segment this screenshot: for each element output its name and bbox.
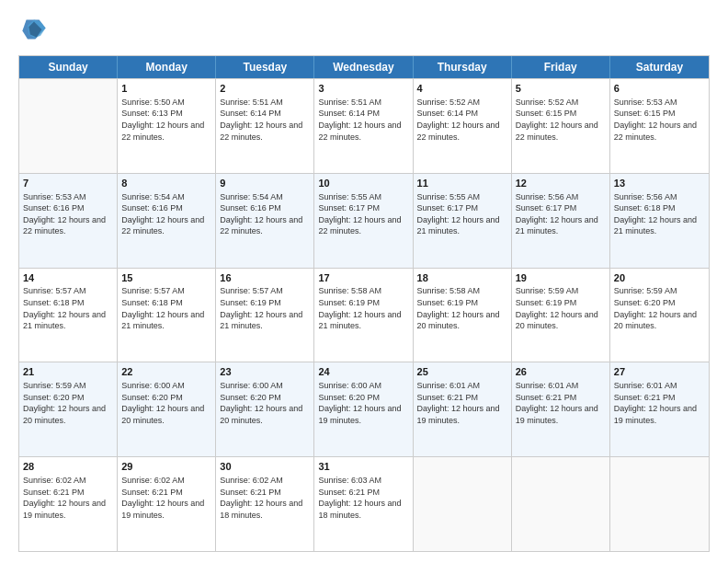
cell-info: Sunrise: 6:00 AM Sunset: 6:20 PM Dayligh… [121,380,211,426]
calendar-cell [610,457,709,551]
day-number: 30 [220,460,310,474]
header-cell-friday: Friday [512,56,610,78]
header-cell-saturday: Saturday [610,56,709,78]
cell-info: Sunrise: 5:55 AM Sunset: 6:17 PM Dayligh… [417,191,507,237]
cell-info: Sunrise: 5:51 AM Sunset: 6:14 PM Dayligh… [220,97,310,143]
day-number: 14 [23,271,113,285]
calendar-cell [414,457,512,551]
cell-info: Sunrise: 5:56 AM Sunset: 6:17 PM Dayligh… [516,191,606,237]
calendar-cell: 20Sunrise: 5:59 AM Sunset: 6:20 PM Dayli… [610,269,709,362]
calendar-cell: 24Sunrise: 6:00 AM Sunset: 6:20 PM Dayli… [314,362,413,456]
day-number: 26 [516,365,606,379]
day-number: 6 [614,82,705,96]
cell-info: Sunrise: 5:53 AM Sunset: 6:16 PM Dayligh… [23,191,113,237]
cell-info: Sunrise: 5:58 AM Sunset: 6:19 PM Dayligh… [417,285,507,331]
cell-info: Sunrise: 5:52 AM Sunset: 6:14 PM Dayligh… [417,97,507,143]
day-number: 20 [614,271,705,285]
calendar-cell: 23Sunrise: 6:00 AM Sunset: 6:20 PM Dayli… [216,362,314,456]
day-number: 10 [318,177,408,190]
cell-info: Sunrise: 5:50 AM Sunset: 6:13 PM Dayligh… [121,97,211,143]
cell-info: Sunrise: 5:54 AM Sunset: 6:16 PM Dayligh… [220,191,310,237]
calendar-cell: 5Sunrise: 5:52 AM Sunset: 6:15 PM Daylig… [512,79,610,173]
day-number: 21 [23,365,113,379]
day-number: 12 [516,177,606,190]
calendar-cell: 17Sunrise: 5:58 AM Sunset: 6:19 PM Dayli… [314,269,413,362]
calendar-cell: 15Sunrise: 5:57 AM Sunset: 6:18 PM Dayli… [118,269,216,362]
day-number: 27 [614,365,705,379]
calendar-cell: 1Sunrise: 5:50 AM Sunset: 6:13 PM Daylig… [118,79,216,173]
cell-info: Sunrise: 6:03 AM Sunset: 6:21 PM Dayligh… [318,475,408,521]
cell-info: Sunrise: 6:01 AM Sunset: 6:21 PM Dayligh… [614,380,705,426]
cell-info: Sunrise: 6:01 AM Sunset: 6:21 PM Dayligh… [417,380,507,426]
cell-info: Sunrise: 5:51 AM Sunset: 6:14 PM Dayligh… [318,97,408,143]
day-number: 4 [417,82,507,96]
day-number: 3 [318,82,408,96]
day-number: 29 [121,460,211,474]
calendar-cell: 18Sunrise: 5:58 AM Sunset: 6:19 PM Dayli… [414,269,512,362]
header-cell-monday: Monday [118,56,216,78]
day-number: 24 [318,365,408,379]
calendar-cell: 7Sunrise: 5:53 AM Sunset: 6:16 PM Daylig… [19,174,118,268]
calendar-cell [512,457,610,551]
calendar-cell: 27Sunrise: 6:01 AM Sunset: 6:21 PM Dayli… [610,362,709,456]
day-number: 31 [318,460,408,474]
day-number: 15 [121,271,211,285]
cell-info: Sunrise: 5:55 AM Sunset: 6:17 PM Dayligh… [318,191,408,237]
calendar-cell: 29Sunrise: 6:02 AM Sunset: 6:21 PM Dayli… [118,457,216,551]
cell-info: Sunrise: 5:57 AM Sunset: 6:18 PM Dayligh… [23,285,113,331]
day-number: 23 [220,365,310,379]
calendar-cell: 31Sunrise: 6:03 AM Sunset: 6:21 PM Dayli… [314,457,413,551]
calendar-cell: 19Sunrise: 5:59 AM Sunset: 6:19 PM Dayli… [512,269,610,362]
cell-info: Sunrise: 5:56 AM Sunset: 6:18 PM Dayligh… [614,191,705,237]
day-number: 11 [417,177,507,190]
cell-info: Sunrise: 5:57 AM Sunset: 6:19 PM Dayligh… [220,285,310,331]
day-number: 17 [318,271,408,285]
day-number: 9 [220,177,310,190]
header [18,17,710,46]
day-number: 25 [417,365,507,379]
cell-info: Sunrise: 6:02 AM Sunset: 6:21 PM Dayligh… [121,475,211,521]
logo-icon [21,17,47,42]
header-cell-sunday: Sunday [19,56,118,78]
header-cell-wednesday: Wednesday [314,56,413,78]
calendar-header: SundayMondayTuesdayWednesdayThursdayFrid… [19,56,709,78]
cell-info: Sunrise: 5:53 AM Sunset: 6:15 PM Dayligh… [614,97,705,143]
calendar-cell: 4Sunrise: 5:52 AM Sunset: 6:14 PM Daylig… [414,79,512,173]
cell-info: Sunrise: 5:54 AM Sunset: 6:16 PM Dayligh… [121,191,211,237]
header-cell-thursday: Thursday [414,56,512,78]
calendar-cell: 8Sunrise: 5:54 AM Sunset: 6:16 PM Daylig… [118,174,216,268]
calendar-cell: 6Sunrise: 5:53 AM Sunset: 6:15 PM Daylig… [610,79,709,173]
cell-info: Sunrise: 5:59 AM Sunset: 6:19 PM Dayligh… [516,285,606,331]
calendar-cell: 22Sunrise: 6:00 AM Sunset: 6:20 PM Dayli… [118,362,216,456]
calendar-row: 28Sunrise: 6:02 AM Sunset: 6:21 PM Dayli… [19,456,709,551]
calendar-row: 14Sunrise: 5:57 AM Sunset: 6:18 PM Dayli… [19,268,709,362]
day-number: 19 [516,271,606,285]
calendar: SundayMondayTuesdayWednesdayThursdayFrid… [18,55,710,552]
day-number: 18 [417,271,507,285]
calendar-cell: 3Sunrise: 5:51 AM Sunset: 6:14 PM Daylig… [314,79,413,173]
day-number: 7 [23,177,113,190]
day-number: 5 [516,82,606,96]
calendar-cell: 9Sunrise: 5:54 AM Sunset: 6:16 PM Daylig… [216,174,314,268]
cell-info: Sunrise: 5:58 AM Sunset: 6:19 PM Dayligh… [318,285,408,331]
calendar-cell: 12Sunrise: 5:56 AM Sunset: 6:17 PM Dayli… [512,174,610,268]
day-number: 1 [121,82,211,96]
cell-info: Sunrise: 5:59 AM Sunset: 6:20 PM Dayligh… [614,285,705,331]
calendar-cell: 16Sunrise: 5:57 AM Sunset: 6:19 PM Dayli… [216,269,314,362]
calendar-cell: 13Sunrise: 5:56 AM Sunset: 6:18 PM Dayli… [610,174,709,268]
cell-info: Sunrise: 5:52 AM Sunset: 6:15 PM Dayligh… [516,97,606,143]
logo [18,17,51,46]
header-cell-tuesday: Tuesday [216,56,314,78]
day-number: 16 [220,271,310,285]
cell-info: Sunrise: 5:57 AM Sunset: 6:18 PM Dayligh… [121,285,211,331]
calendar-cell: 21Sunrise: 5:59 AM Sunset: 6:20 PM Dayli… [19,362,118,456]
cell-info: Sunrise: 6:01 AM Sunset: 6:21 PM Dayligh… [516,380,606,426]
cell-info: Sunrise: 6:02 AM Sunset: 6:21 PM Dayligh… [220,475,310,521]
calendar-cell: 30Sunrise: 6:02 AM Sunset: 6:21 PM Dayli… [216,457,314,551]
day-number: 13 [614,177,705,190]
cell-info: Sunrise: 6:00 AM Sunset: 6:20 PM Dayligh… [220,380,310,426]
day-number: 22 [121,365,211,379]
calendar-row: 7Sunrise: 5:53 AM Sunset: 6:16 PM Daylig… [19,173,709,268]
cell-info: Sunrise: 6:02 AM Sunset: 6:21 PM Dayligh… [23,475,113,521]
calendar-body: 1Sunrise: 5:50 AM Sunset: 6:13 PM Daylig… [19,78,709,551]
